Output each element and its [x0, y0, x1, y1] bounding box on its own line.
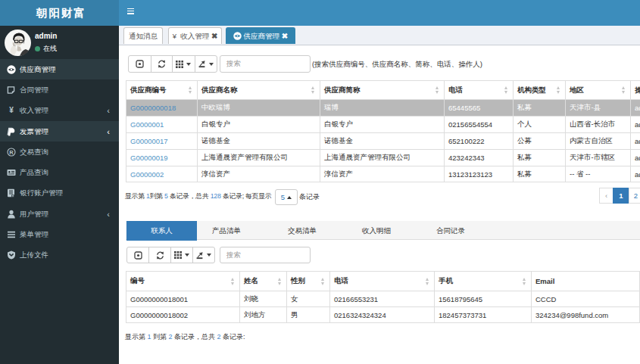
svg-text:R: R [9, 148, 14, 155]
